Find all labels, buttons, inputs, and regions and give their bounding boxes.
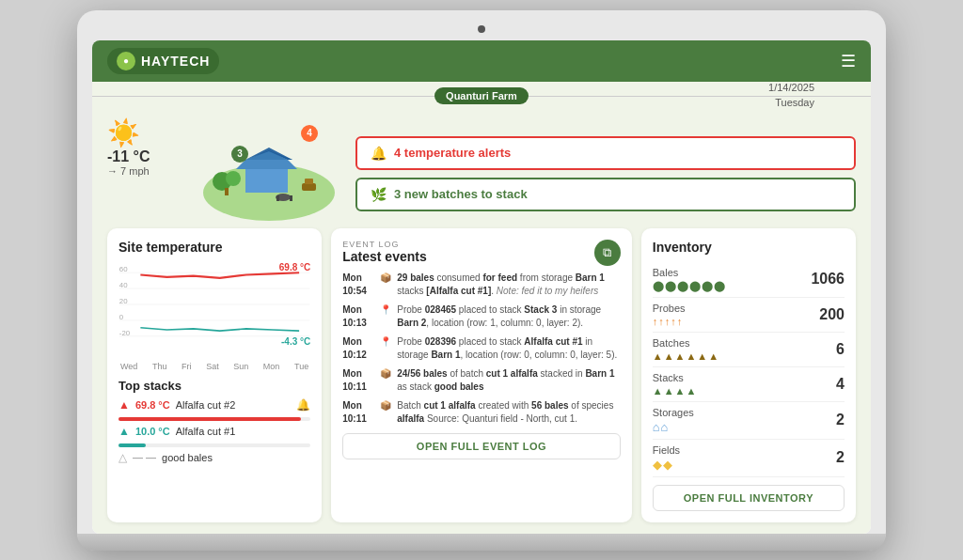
inv-row-bales: Bales ⬤⬤⬤⬤⬤⬤ 1066 [653, 262, 845, 298]
event-icon-1: 📦 [380, 272, 391, 298]
alert-badge-4: 4 [301, 125, 318, 142]
svg-marker-2 [236, 160, 297, 169]
stack-icon: 🌿 [371, 187, 387, 202]
inv-fields-icons: ◆◆ [653, 458, 680, 472]
svg-text:60: 60 [119, 265, 128, 273]
stack-icon-1: ▲ [118, 398, 130, 412]
copy-icon[interactable]: ⧉ [594, 240, 621, 266]
event-day-4: Mon 10:11 [342, 367, 374, 394]
camera [478, 25, 485, 33]
inv-storages-count: 2 [836, 412, 845, 428]
inv-row-batches: Batches ▲▲▲▲▲▲ 6 [653, 333, 845, 367]
event-item-3: Mon 10:12 📍 Probe 028396 placed to stack… [342, 335, 621, 362]
logo: ● HAYTECH [107, 48, 219, 74]
event-text-3: Probe 028396 placed to stack Alfalfa cut… [397, 335, 621, 362]
inv-row-fields: Fields ◆◆ 2 [653, 440, 845, 477]
top-bar: Quanturi Farm 1/14/2025 Tuesday [92, 82, 871, 110]
stack-name-3: good bales [162, 452, 213, 463]
event-text-5: Batch cut 1 alfalfa created with 56 bale… [397, 399, 621, 426]
stack-name-2: Alfalfa cut #1 [176, 426, 236, 437]
laptop-screen: ● HAYTECH ☰ Quanturi Farm 1/14/2025 Tues… [92, 40, 871, 534]
inv-row-storages: Storages ⌂⌂ 2 [653, 402, 845, 440]
inv-fields-count: 2 [836, 449, 845, 466]
date-info: 1/14/2025 Tuesday [768, 81, 814, 110]
stack-item-1: ▲ 69.8 °C Alfalfa cut #2 🔔 [118, 398, 310, 412]
bottom-section: Site temperature 69.8 °C 60 40 [107, 228, 856, 522]
open-inventory-btn[interactable]: OPEN FULL INVENTORY [653, 485, 845, 511]
stack-alert-icon-1: 🔔 [296, 398, 310, 412]
svg-rect-9 [302, 183, 316, 191]
stack-temp-2: 10.0 °C [135, 426, 170, 437]
event-day-1: Mon 10:54 [342, 272, 374, 298]
event-icon-4: 📦 [380, 367, 391, 394]
event-icon-2: 📍 [380, 303, 391, 330]
event-list: Mon 10:54 📦 29 bales consumed for feed f… [342, 272, 621, 426]
stack-icon-3: △ [118, 451, 127, 464]
event-day-3: Mon 10:12 [342, 335, 374, 362]
day-text: Tuesday [768, 96, 814, 110]
event-day-2: Mon 10:13 [342, 303, 374, 330]
inv-probes-label: Probes [653, 303, 686, 314]
stack-bar-container-1 [118, 417, 310, 421]
inv-stacks-icons: ▲▲▲▲ [653, 385, 698, 397]
inv-storages-icons: ⌂⌂ [653, 420, 694, 434]
inv-row-probes: Probes ↑↑↑↑↑ 200 [653, 298, 845, 333]
event-log-label: EVENT LOG [342, 240, 426, 249]
svg-text:-20: -20 [119, 328, 131, 336]
top-section: ☀️ -11 °C → 7 mph [107, 117, 856, 221]
bell-icon: 🔔 [371, 146, 387, 161]
alert-badge-3: 3 [231, 146, 248, 163]
stack-item-2: ▲ 10.0 °C Alfalfa cut #1 [118, 425, 310, 438]
stack-bar-1 [118, 417, 301, 421]
svg-rect-14 [290, 195, 292, 201]
inv-bales-icons: ⬤⬤⬤⬤⬤⬤ [653, 280, 726, 292]
svg-rect-8 [225, 188, 229, 195]
inv-batches-label: Batches [653, 337, 719, 349]
hamburger-menu[interactable]: ☰ [841, 51, 856, 71]
laptop-base [77, 534, 886, 551]
svg-marker-1 [245, 169, 288, 193]
event-log-header: EVENT LOG Latest events ⧉ [342, 240, 621, 266]
event-day-5: Mon 10:11 [342, 399, 374, 426]
inventory-title: Inventory [653, 240, 845, 255]
event-item-4: Mon 10:11 📦 24/56 bales of batch cut 1 a… [342, 367, 621, 394]
laptop-frame: ● HAYTECH ☰ Quanturi Farm 1/14/2025 Tues… [77, 10, 886, 551]
event-icon-5: 📦 [380, 399, 391, 426]
inv-batches-count: 6 [836, 341, 845, 358]
farm-svg [194, 117, 344, 221]
inv-probes-icons: ↑↑↑↑↑ [653, 316, 686, 327]
inv-stacks-count: 4 [836, 376, 845, 393]
header: ● HAYTECH ☰ [92, 40, 871, 82]
inventory-card: Inventory Bales ⬤⬤⬤⬤⬤⬤ 1066 Probes ↑ [641, 228, 856, 522]
inv-batches-icons: ▲▲▲▲▲▲ [653, 350, 719, 362]
wind-speed: → 7 mph [107, 165, 150, 177]
event-item-5: Mon 10:11 📦 Batch cut 1 alfalfa created … [342, 399, 621, 426]
event-log-header-text: EVENT LOG Latest events [342, 240, 426, 264]
farm-image-block: 4 3 [194, 117, 344, 221]
temperature: -11 °C [107, 148, 150, 165]
svg-rect-10 [305, 179, 313, 184]
temperature-chart: 60 40 20 0 -20 [118, 262, 310, 347]
inv-bales-count: 1066 [811, 271, 845, 288]
svg-rect-13 [276, 195, 279, 201]
weather-block: ☀️ -11 °C → 7 mph [107, 117, 182, 177]
stack-item-3: △ — — good bales [118, 451, 310, 464]
stack-temp-1: 69.8 °C [135, 399, 170, 411]
event-item-2: Mon 10:13 📍 Probe 028465 placed to stack… [342, 303, 621, 330]
inv-bales-label: Bales [653, 267, 726, 278]
event-log-card: EVENT LOG Latest events ⧉ Mon 10:54 [331, 228, 632, 522]
event-text-4: 24/56 bales of batch cut 1 alfalfa stack… [397, 367, 621, 394]
event-item-1: Mon 10:54 📦 29 bales consumed for feed f… [342, 272, 621, 298]
logo-text: HAYTECH [141, 54, 210, 69]
farm-badge[interactable]: Quanturi Farm [434, 87, 529, 104]
inv-row-stacks: Stacks ▲▲▲▲ 4 [653, 367, 845, 402]
logo-icon: ● [117, 52, 135, 70]
alerts-block: 🔔 4 temperature alerts 🌿 3 new batches t… [355, 117, 856, 211]
inv-probes-count: 200 [819, 306, 845, 323]
batch-alerts-btn[interactable]: 🌿 3 new batches to stack [355, 178, 856, 211]
temperature-alerts-btn[interactable]: 🔔 4 temperature alerts [355, 136, 856, 170]
open-event-log-btn[interactable]: OPEN FULL EVENT LOG [342, 433, 621, 459]
chart-days: Wed Thu Fri Sat Sun Mon Tue [118, 362, 310, 371]
site-temperature-card: Site temperature 69.8 °C 60 40 [107, 228, 322, 522]
stack-icon-2: ▲ [118, 425, 130, 438]
